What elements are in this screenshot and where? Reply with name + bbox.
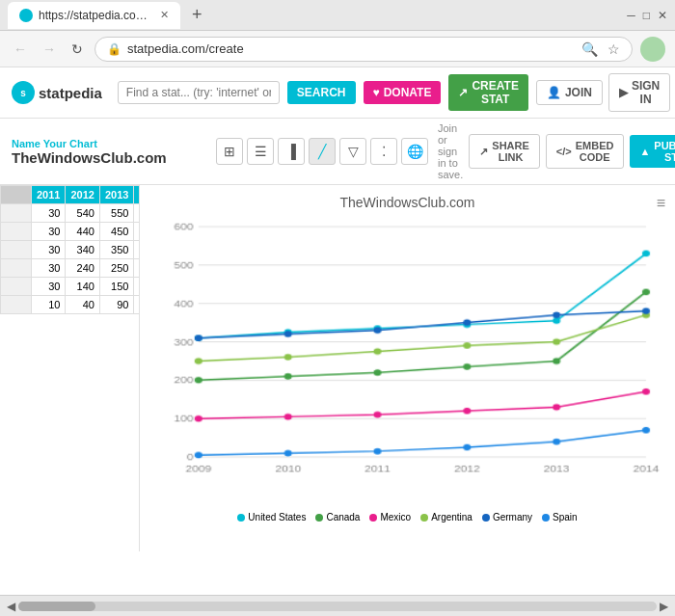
chart-name-input[interactable] — [12, 149, 199, 166]
list-tool-btn[interactable]: ☰ — [247, 138, 274, 165]
chart-name-label: Name Your Chart — [12, 138, 206, 149]
scroll-track[interactable] — [18, 602, 657, 611]
signin-button[interactable]: ▶ SIGN IN — [608, 73, 670, 112]
browser-tab[interactable]: https://statpedia.com/create ✕ — [8, 2, 180, 29]
code-icon: </> — [556, 146, 572, 157]
save-hint: Join or sign in to save. — [438, 122, 463, 180]
extension-avatar — [640, 37, 665, 62]
table-cell[interactable]: 340 — [66, 241, 99, 259]
line-chart — [149, 216, 665, 505]
legend-item: Canada — [315, 512, 360, 522]
create-stat-button[interactable]: ↗ CREATE STAT — [448, 74, 527, 111]
bookmark-icon[interactable]: ☆ — [608, 41, 620, 57]
line-chart-tool-btn[interactable]: ╱ — [309, 138, 336, 165]
chart-tools: ⊞ ☰ ▐ ╱ ▽ ⁚ 🌐 — [216, 138, 428, 165]
legend-item: United States — [237, 512, 306, 522]
browser-titlebar: https://statpedia.com/create ✕ + ─ □ ✕ — [0, 0, 675, 31]
main-area: 2011 2012 2013 2014 30540550560304404504… — [0, 185, 675, 551]
person-icon: 👤 — [547, 86, 561, 99]
chart-menu-icon[interactable]: ≡ — [657, 195, 665, 212]
bar-chart-tool-btn[interactable]: ▐ — [278, 138, 305, 165]
table-cell[interactable] — [1, 241, 32, 259]
chart-icon: ↗ — [458, 86, 468, 99]
table-cell[interactable] — [1, 204, 32, 223]
chart-title: TheWindowsClub.com — [149, 195, 665, 210]
col-header-2012: 2012 — [66, 186, 99, 204]
publish-stat-button[interactable]: ▲ PUBLISH STAT — [630, 135, 675, 168]
search-button[interactable]: SEARCH — [287, 81, 356, 104]
chart-panel: TheWindowsClub.com ≡ United StatesCanada… — [140, 185, 675, 551]
globe-tool-btn[interactable]: 🌐 — [401, 138, 428, 165]
address-text: statpedia.com/create — [127, 41, 244, 56]
table-cell[interactable] — [1, 278, 32, 296]
browser-extensions — [640, 37, 665, 62]
scrollbar-area[interactable]: ◀ ▶ — [0, 595, 675, 616]
join-button[interactable]: 👤 JOIN — [536, 80, 603, 105]
publish-icon: ▲ — [639, 146, 650, 157]
table-cell[interactable]: 40 — [66, 296, 99, 314]
forward-button[interactable]: → — [39, 40, 60, 59]
close-icon[interactable]: ✕ — [658, 9, 667, 22]
embed-code-button[interactable]: </> EMBED CODE — [546, 134, 625, 169]
table-cell[interactable]: 350 — [99, 241, 133, 259]
address-bar: ← → ↻ 🔒 statpedia.com/create 🔍 ☆ — [0, 31, 675, 67]
area-chart-tool-btn[interactable]: ▽ — [339, 138, 366, 165]
table-cell[interactable]: 250 — [99, 259, 133, 278]
heart-icon: ♥ — [373, 86, 380, 99]
page-content: s statpedia SEARCH ♥ DONATE ↗ CREATE STA… — [0, 67, 675, 595]
door-icon: ▶ — [619, 86, 628, 99]
col-header-empty — [1, 186, 32, 204]
table-cell[interactable]: 30 — [32, 204, 66, 223]
table-cell[interactable] — [1, 259, 32, 278]
table-cell[interactable] — [1, 223, 32, 241]
table-cell[interactable]: 30 — [32, 278, 66, 296]
legend-item: Mexico — [369, 512, 411, 522]
table-cell[interactable]: 90 — [99, 296, 133, 314]
table-cell[interactable] — [1, 296, 32, 314]
share-link-button[interactable]: ↗ SHARE LINK — [469, 134, 540, 169]
scroll-right-arrow[interactable]: ▶ — [657, 600, 671, 613]
tab-title: https://statpedia.com/create — [39, 9, 154, 22]
table-cell[interactable]: 140 — [66, 278, 99, 296]
address-input[interactable]: 🔒 statpedia.com/create 🔍 ☆ — [94, 37, 633, 62]
table-cell[interactable]: 150 — [99, 278, 133, 296]
chart-legend: United StatesCanadaMexicoArgentinaGerman… — [149, 512, 665, 522]
table-cell[interactable]: 550 — [99, 204, 133, 223]
table-cell[interactable]: 10 — [32, 296, 66, 314]
search-input[interactable] — [118, 81, 280, 104]
tab-close-icon[interactable]: ✕ — [160, 9, 169, 21]
data-table: 2011 2012 2013 2014 30540550560304404504… — [0, 185, 140, 314]
table-cell[interactable]: 540 — [66, 204, 99, 223]
data-table-container: 2011 2012 2013 2014 30540550560304404504… — [0, 185, 140, 551]
chart-name-bar: Name Your Chart ⊞ ☰ ▐ ╱ ▽ ⁚ 🌐 Join or si… — [0, 119, 675, 185]
table-cell[interactable]: 440 — [66, 223, 99, 241]
table-cell[interactable]: 450 — [99, 223, 133, 241]
table-cell[interactable]: 30 — [32, 241, 66, 259]
logo-icon: s — [12, 81, 35, 104]
lock-icon: 🔒 — [107, 42, 122, 56]
col-header-2013: 2013 — [99, 186, 133, 204]
share-icon: ↗ — [479, 146, 488, 158]
scroll-left-arrow[interactable]: ◀ — [4, 600, 18, 613]
scatter-tool-btn[interactable]: ⁚ — [370, 138, 397, 165]
new-tab-button[interactable]: + — [186, 5, 208, 25]
logo: s statpedia — [12, 81, 102, 104]
legend-item: Argentina — [420, 512, 472, 522]
table-cell[interactable]: 240 — [66, 259, 99, 278]
window-controls: ─ □ ✕ — [627, 9, 667, 22]
maximize-icon[interactable]: □ — [643, 9, 650, 22]
col-header-2011: 2011 — [32, 186, 66, 204]
search-icon[interactable]: 🔍 — [581, 41, 598, 57]
donate-button[interactable]: ♥ DONATE — [364, 81, 442, 104]
reload-button[interactable]: ↻ — [68, 40, 87, 59]
logo-text: statpedia — [39, 85, 102, 101]
table-cell[interactable]: 30 — [32, 259, 66, 278]
back-button[interactable]: ← — [10, 40, 31, 59]
minimize-icon[interactable]: ─ — [627, 9, 635, 22]
navbar: s statpedia SEARCH ♥ DONATE ↗ CREATE STA… — [0, 67, 675, 119]
table-tool-btn[interactable]: ⊞ — [216, 138, 243, 165]
scroll-thumb[interactable] — [18, 602, 95, 611]
legend-item: Germany — [482, 512, 532, 522]
table-cell[interactable]: 30 — [32, 223, 66, 241]
legend-item: Spain — [542, 512, 578, 522]
